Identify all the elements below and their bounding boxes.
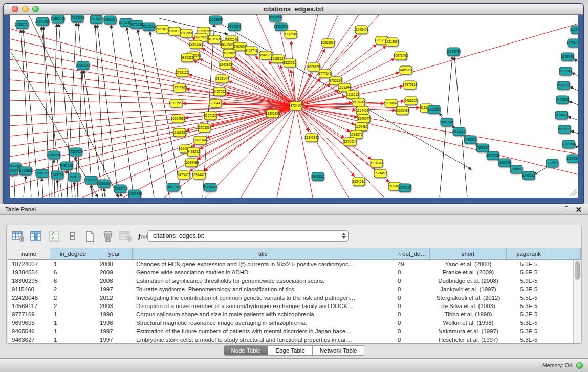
table-cell[interactable]: 9115460 (8, 285, 50, 293)
network-node[interactable]: 2718126 (176, 69, 189, 77)
tab-node-table[interactable]: Node Table (224, 345, 269, 356)
table-cell[interactable]: 2008 (96, 260, 133, 268)
network-node[interactable]: 1527602 (90, 15, 103, 24)
network-node[interactable]: 1196726 (498, 159, 511, 167)
network-node[interactable]: 6466160 (104, 16, 117, 24)
table-cell[interactable]: de Silva et al. (2003) (430, 302, 507, 310)
table-cell[interactable]: Wolkin et al. (1998) (430, 319, 507, 327)
table-cell[interactable]: 5.3E-5 (507, 285, 551, 293)
table-cell[interactable]: 1997 (96, 336, 133, 343)
network-node[interactable]: 18300295 (266, 110, 280, 118)
network-node[interactable]: 6216007 (385, 99, 398, 107)
table-cell[interactable]: Structural magnetic resonance image aver… (133, 319, 394, 327)
table-cell[interactable]: 49 (394, 260, 430, 268)
network-node[interactable]: 9857791 (167, 183, 180, 191)
network-node[interactable]: 20691406 (35, 17, 50, 26)
table-cell[interactable]: 1997 (96, 327, 133, 335)
resize-grip[interactable] (570, 189, 577, 196)
network-node[interactable]: 7857224 (228, 23, 241, 31)
network-node[interactable]: 2803144 (216, 75, 229, 83)
table-cell[interactable]: 0 (394, 285, 430, 293)
network-node[interactable]: 15345845 (304, 134, 319, 142)
table-cell[interactable]: Disruption of a novel member of a sodium… (133, 302, 394, 310)
network-node[interactable]: 18724007 (289, 102, 303, 110)
table-cell[interactable]: 9463627 (8, 336, 50, 343)
table-row[interactable]: 1456911722003Disruption of a novel membe… (8, 302, 573, 310)
table-cell[interactable]: 9777169 (8, 310, 50, 318)
tab-network-table[interactable]: Network Table (313, 345, 365, 356)
show-columns-icon[interactable] (29, 230, 44, 243)
network-node[interactable]: 9215955 (428, 105, 441, 114)
network-node[interactable]: 7425402 (178, 171, 190, 179)
network-node[interactable]: 8267150 (204, 112, 217, 120)
column-header-short[interactable]: short (430, 248, 507, 259)
network-node[interactable]: 17975115 (403, 81, 417, 89)
table-cell[interactable]: Hescheler et al. (1997) (430, 336, 507, 343)
table-cell[interactable]: 0 (394, 294, 430, 302)
network-node[interactable]: 9498222 (187, 148, 200, 156)
network-node[interactable]: 10025488 (395, 106, 410, 115)
network-node[interactable]: 1659482 (355, 123, 368, 131)
network-node[interactable]: 8813054 (269, 15, 282, 21)
network-node[interactable]: 1343821 (312, 172, 324, 181)
network-node[interactable]: 9896321 (181, 54, 194, 62)
table-row[interactable]: 1938455462009Genome-wide association stu… (8, 268, 573, 276)
network-node[interactable]: 1276414 (344, 138, 357, 146)
network-node[interactable]: 1625165 (308, 63, 320, 71)
network-node[interactable]: 9242843 (220, 61, 232, 69)
network-node[interactable]: 9875685 (223, 49, 236, 57)
network-node[interactable]: 10107553 (169, 99, 184, 107)
row-height-icon[interactable] (64, 230, 80, 243)
network-node[interactable]: 12923448 (127, 190, 142, 198)
table-cell[interactable]: 1997 (96, 285, 133, 293)
table-cell[interactable]: 1 (50, 327, 96, 335)
network-node[interactable]: 19218506 (274, 23, 289, 31)
table-cell[interactable]: 22420046 (8, 294, 50, 302)
table-cell[interactable]: Yano et al. (2008) (430, 260, 507, 268)
table-scrollbar[interactable] (573, 260, 581, 343)
table-cell[interactable]: 19384554 (8, 268, 50, 276)
select-attributes-icon[interactable]: ✓✓ (47, 230, 62, 243)
table-cell[interactable]: 5.3E-5 (507, 336, 551, 343)
table-cell[interactable]: 2 (50, 285, 96, 293)
network-node[interactable]: 16914479 (192, 171, 207, 179)
network-node[interactable]: 8822031 (284, 59, 296, 67)
network-node[interactable]: 15716485 (203, 183, 218, 191)
table-cell[interactable]: Corpus callosum shape and size in male p… (133, 310, 394, 318)
network-node[interactable]: 10973493 (394, 52, 408, 60)
network-node[interactable]: 7485063 (400, 66, 412, 74)
table-cell[interactable]: 0 (394, 310, 430, 318)
network-node[interactable]: 1154469 (356, 106, 369, 115)
table-row[interactable]: 1830029562008Estimation of significance … (8, 277, 573, 285)
table-cell[interactable]: 5.3E-5 (507, 327, 551, 335)
network-node[interactable]: 1046893 (510, 165, 523, 173)
network-node[interactable]: 9227343 (559, 67, 572, 75)
table-cell[interactable]: 2 (50, 302, 96, 310)
network-node[interactable]: 16648784 (446, 48, 461, 56)
table-cell[interactable]: Genome-wide association studies in ADHD. (133, 268, 394, 276)
network-node[interactable]: 16965910 (321, 39, 336, 47)
network-node[interactable]: 15751074 (567, 39, 578, 47)
network-node[interactable]: 20206536 (47, 151, 61, 159)
network-node[interactable]: 2106433 (555, 111, 568, 119)
network-node[interactable]: 4671338 (130, 20, 143, 29)
table-cell[interactable]: Tibbo et al. (1998) (430, 310, 507, 318)
network-node[interactable]: 7463822 (156, 25, 169, 33)
network-node[interactable]: 8427552 (213, 87, 226, 96)
network-node[interactable]: 16782759 (113, 185, 128, 193)
table-cell[interactable]: 9699695 (8, 319, 50, 327)
network-node[interactable]: 24355724 (15, 20, 30, 29)
network-node[interactable]: 12213967 (385, 38, 400, 46)
table-cell[interactable]: 2012 (96, 294, 133, 302)
network-node[interactable]: 1145193 (51, 171, 64, 179)
column-header-year[interactable]: year (96, 248, 133, 259)
network-node[interactable]: 9463627 (405, 97, 418, 105)
table-cell[interactable]: 9465546 (8, 327, 50, 335)
table-cell[interactable]: 18300295 (8, 277, 50, 285)
column-header-outde[interactable]: △out_de… (394, 248, 430, 259)
table-cell[interactable]: 2009 (96, 268, 133, 276)
network-node[interactable]: 11548408 (354, 26, 368, 34)
table-cell[interactable]: Estimation of significance thresholds fo… (133, 277, 394, 285)
table-cell[interactable]: Investigating the contribution of common… (133, 294, 394, 302)
delete-table-icon[interactable] (100, 230, 116, 243)
